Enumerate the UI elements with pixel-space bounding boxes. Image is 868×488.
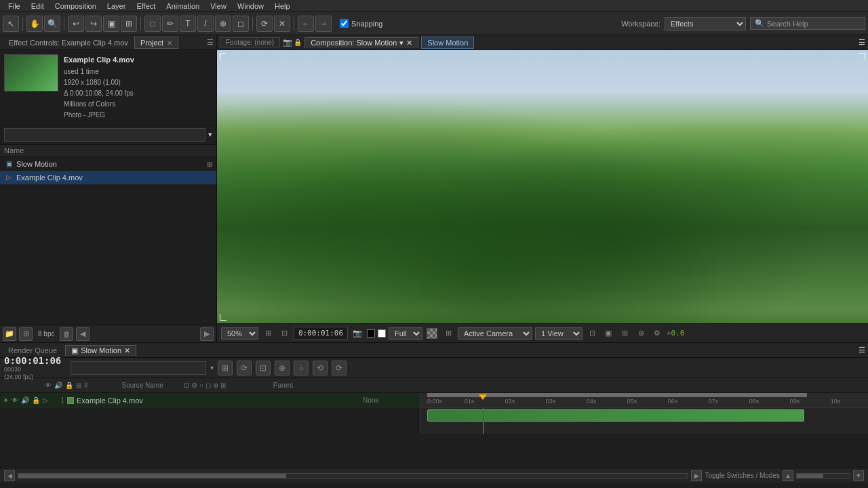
brush-tool[interactable]: / xyxy=(197,16,214,32)
puppet-tool[interactable]: ⟳ xyxy=(256,16,273,32)
menu-composition[interactable]: Composition xyxy=(50,2,102,10)
eraser-tool[interactable]: ◻ xyxy=(233,16,249,32)
hand-tool[interactable]: ✋ xyxy=(26,16,43,32)
scroll-right-btn[interactable]: ▶ xyxy=(691,470,702,481)
comp-tab[interactable]: Composition: Slow Motion ▾ ✕ xyxy=(304,37,418,48)
search-down-icon[interactable]: ▾ xyxy=(208,130,212,139)
fps-label-1: 00030 xyxy=(4,366,61,373)
align-tool[interactable]: ← xyxy=(298,16,314,32)
next-btn[interactable]: ▶ xyxy=(200,327,214,341)
fit-btn[interactable]: ⊞ xyxy=(261,327,275,340)
render-btn[interactable]: ⊡ xyxy=(585,327,599,340)
zoom-tool[interactable]: 🔍 xyxy=(44,16,60,32)
menu-file[interactable]: File xyxy=(3,2,26,10)
tab-project[interactable]: Project ✕ xyxy=(134,37,178,49)
menu-window[interactable]: Window xyxy=(232,2,269,10)
settings-icon[interactable]: ⚙ xyxy=(650,327,664,340)
tab-slow-motion[interactable]: ▣ Slow Motion ✕ xyxy=(65,345,136,356)
scroll-left-btn[interactable]: ◀ xyxy=(4,470,15,481)
clone-tool[interactable]: ⊕ xyxy=(215,16,231,32)
track-tool[interactable]: ✕ xyxy=(274,16,290,32)
trash-btn[interactable]: 🗑 xyxy=(60,327,73,341)
tab-render-queue[interactable]: Render Queue xyxy=(3,346,62,355)
menu-effect[interactable]: Effect xyxy=(131,2,161,10)
tl-btn-1[interactable]: ⊞ xyxy=(218,361,233,375)
zoom-out-btn[interactable]: ▲ xyxy=(783,470,793,481)
zoom-select[interactable]: 50% xyxy=(221,327,258,340)
undo-tool[interactable]: ↩ xyxy=(68,16,84,32)
grid-btn[interactable]: ⊡ xyxy=(277,327,291,340)
layer-expand-icon[interactable]: ▷ xyxy=(43,396,48,404)
table-row[interactable]: ☀ 👁 🔊 🔒 ▷ 1 Example Clip 4.mov None xyxy=(0,393,420,408)
layer-audio-icon[interactable]: 🔊 xyxy=(21,396,29,404)
quality-select[interactable]: Full xyxy=(389,327,422,340)
color-swatch-black[interactable] xyxy=(367,329,375,338)
slow-motion-item: Slow Motion xyxy=(16,160,57,168)
tl-btn-5[interactable]: ○ xyxy=(294,361,309,375)
prev-btn[interactable]: ◀ xyxy=(76,327,90,341)
panel-menu-icon[interactable]: ☰ xyxy=(207,38,214,47)
scroll-track[interactable] xyxy=(18,473,688,479)
zoom-thumb[interactable] xyxy=(797,474,823,478)
search-help-box[interactable]: 🔍 Search Help xyxy=(750,17,865,30)
comp-btn[interactable]: ⊞ xyxy=(618,327,631,340)
file-used: used 1 time xyxy=(64,66,134,77)
3d-btn[interactable]: ⊕ xyxy=(634,327,648,340)
timeline-tab-close[interactable]: ✕ xyxy=(124,346,130,355)
snapshot-btn[interactable]: 📷 xyxy=(351,327,364,340)
tab-effect-controls[interactable]: Effect Controls: Example Clip 4.mov xyxy=(3,37,134,49)
tl-btn-7[interactable]: ⟳ xyxy=(332,361,347,375)
color-swatch-white[interactable] xyxy=(378,329,386,338)
layer-solo-icon[interactable]: ☀ xyxy=(3,396,9,404)
zoom-in-btn[interactable]: ▼ xyxy=(853,470,864,481)
tl-btn-4[interactable]: ⊕ xyxy=(275,361,290,375)
menu-animation[interactable]: Animation xyxy=(161,2,205,10)
snap-tool[interactable]: → xyxy=(315,16,332,32)
timeline-panel-menu[interactable]: ☰ xyxy=(859,346,865,354)
project-search-input[interactable] xyxy=(4,128,205,142)
text-tool[interactable]: T xyxy=(180,16,196,32)
tl-btn-3[interactable]: ⊡ xyxy=(256,361,271,375)
scroll-right[interactable]: ▶ xyxy=(200,327,214,341)
rect-tool[interactable]: □ xyxy=(144,16,161,32)
tl-btn-6[interactable]: ⟲ xyxy=(313,361,328,375)
menu-edit[interactable]: Edit xyxy=(26,2,50,10)
menu-view[interactable]: View xyxy=(205,2,232,10)
pen-tool[interactable]: ✏ xyxy=(162,16,178,32)
select-tool[interactable]: ↖ xyxy=(3,16,19,32)
view-select[interactable]: 1 View xyxy=(535,327,583,340)
timeline-search-input[interactable] xyxy=(71,361,206,375)
transparency-btn[interactable] xyxy=(425,327,439,340)
comp-tab-close[interactable]: ✕ xyxy=(406,39,412,47)
toggle-switches-label: Toggle Switches / Modes xyxy=(705,472,780,479)
tl-btn-2[interactable]: ⟳ xyxy=(237,361,252,375)
workspace-select[interactable]: Effects xyxy=(665,17,746,30)
new-comp-btn[interactable]: ⊞ xyxy=(19,327,33,341)
camera-select[interactable]: Active Camera xyxy=(458,327,532,340)
menu-help[interactable]: Help xyxy=(269,2,296,10)
create-tool[interactable]: ⊞ xyxy=(121,16,137,32)
scroll-thumb[interactable] xyxy=(18,474,286,478)
comp-tab-dropdown[interactable]: ▾ xyxy=(399,39,403,47)
region-btn[interactable]: ⊞ xyxy=(441,327,455,340)
snapping-checkbox[interactable] xyxy=(340,19,349,28)
view-btn[interactable]: ▣ xyxy=(601,327,615,340)
project-close-icon[interactable]: ✕ xyxy=(167,39,172,47)
menu-layer[interactable]: Layer xyxy=(102,2,132,10)
footage-none: Footage: (none) xyxy=(220,37,280,47)
list-item[interactable]: ▷ Example Clip 4.mov xyxy=(0,171,216,184)
redo-tool[interactable]: ↪ xyxy=(85,16,102,32)
search-dropdown[interactable]: ▾ xyxy=(210,364,214,371)
layer-eye-icon[interactable]: 👁 xyxy=(12,396,18,404)
render-tool[interactable]: ▣ xyxy=(103,16,119,32)
new-folder-btn[interactable]: 📁 xyxy=(3,327,16,341)
viewer-panel-menu[interactable]: ☰ xyxy=(859,38,865,47)
sep1 xyxy=(22,17,23,30)
viewer-canvas[interactable] xyxy=(217,50,868,323)
zoom-track[interactable] xyxy=(796,473,850,479)
layer-lock-icon[interactable]: 🔒 xyxy=(32,396,40,404)
list-item[interactable]: ▣ Slow Motion ⊞ xyxy=(0,157,216,171)
playhead-line[interactable] xyxy=(483,408,484,434)
file-thumbnail xyxy=(4,54,58,92)
item-icon-small: ⊞ xyxy=(207,161,212,168)
